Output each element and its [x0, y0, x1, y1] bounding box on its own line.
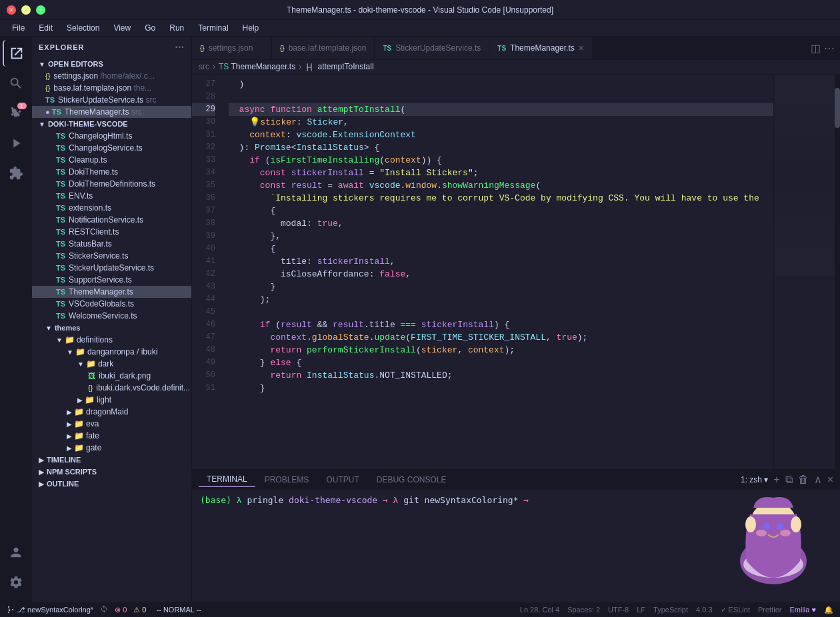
open-editor-sticker-update[interactable]: TS StickerUpdateService.ts src [32, 94, 191, 106]
folder-fate[interactable]: ▶ 📁 fate [32, 430, 191, 442]
outline-section[interactable]: ▶ OUTLINE [32, 478, 191, 490]
close-panel-icon[interactable]: × [827, 474, 833, 486]
menu-edit[interactable]: Edit [33, 22, 58, 34]
tab-close-icon[interactable]: × [579, 43, 584, 53]
file-ibuki-dark-json[interactable]: {} ibuki.dark.vsCode.definit... [32, 382, 191, 394]
split-terminal-icon[interactable]: ⧉ [785, 474, 793, 486]
file-welcome[interactable]: TS WelcomeService.ts [32, 310, 191, 322]
terminal-content[interactable]: (base) λ pringle doki-theme-vscode → λ g… [192, 490, 840, 602]
file-notification[interactable]: TS NotificationService.ts [32, 214, 191, 226]
tab-base-laf[interactable]: {} base.laf.template.json [272, 37, 375, 59]
ts-version[interactable]: 4.0.3 [696, 606, 712, 614]
activity-extensions[interactable] [3, 160, 29, 187]
file-changelog-html[interactable]: TS ChangelogHtml.ts [32, 130, 191, 142]
file-doki-theme[interactable]: TS DokiTheme.ts [32, 166, 191, 178]
activity-source-control[interactable]: 1 [3, 100, 29, 127]
prettier-status[interactable]: Prettier [758, 606, 781, 614]
eslint-status[interactable]: ✓ ESLint [721, 606, 750, 614]
folder-dragonmaid[interactable]: ▶ 📁 dragonMaid [32, 406, 191, 418]
file-sticker-update[interactable]: TS StickerUpdateService.ts [32, 262, 191, 274]
activity-run[interactable] [3, 130, 29, 157]
shell-select[interactable]: 1: zsh ▾ [741, 475, 768, 484]
emilia-label[interactable]: Emilia ♥ [789, 606, 816, 614]
file-changelog-service[interactable]: TS ChangelogService.ts [32, 142, 191, 154]
cursor-position[interactable]: Ln 28, Col 4 [520, 606, 559, 614]
file-vscode-globals[interactable]: TS VSCodeGlobals.ts [32, 298, 191, 310]
menu-terminal[interactable]: Terminal [193, 22, 233, 34]
terminal-tab-problems[interactable]: PROBLEMS [257, 472, 317, 487]
activity-settings[interactable] [3, 569, 29, 596]
terminal-arrow1: → λ [383, 495, 398, 505]
new-terminal-icon[interactable]: + [773, 474, 779, 486]
tab-theme-manager[interactable]: TS ThemeManager.ts × [489, 37, 593, 60]
activity-explorer[interactable] [3, 40, 29, 67]
file-ibuki-dark-png[interactable]: 🖼 ibuki_dark.png [32, 370, 191, 382]
kill-terminal-icon[interactable]: 🗑 [798, 474, 809, 486]
file-cleanup[interactable]: TS Cleanup.ts [32, 154, 191, 166]
maximize-panel-icon[interactable]: ∧ [814, 473, 822, 486]
activity-search[interactable] [3, 70, 29, 97]
file-doki-theme-defs[interactable]: TS DokiThemeDefinitions.ts [32, 178, 191, 190]
terminal-tab-terminal[interactable]: TERMINAL [199, 472, 255, 487]
open-editors-section[interactable]: ▼ OPEN EDITORS [32, 58, 191, 70]
file-sticker-service[interactable]: TS StickerService.ts [32, 250, 191, 262]
file-theme-manager[interactable]: TS ThemeManager.ts [32, 286, 191, 298]
file-extension[interactable]: TS extension.ts [32, 202, 191, 214]
source-control-badge: 1 [17, 103, 27, 109]
tab-sticker-update[interactable]: TS StickerUpdateService.ts [375, 37, 489, 59]
sync-icon[interactable] [100, 605, 108, 614]
folder-gate[interactable]: ▶ 📁 gate [32, 442, 191, 454]
minimap-content [774, 75, 840, 277]
new-file-icon[interactable]: ⋯ [175, 42, 185, 53]
encoding[interactable]: UTF-8 [608, 606, 629, 614]
code-line-34: const stickerInstall = "Install Stickers… [229, 167, 773, 179]
warning-count[interactable]: ⚠ 0 [133, 606, 146, 614]
spaces[interactable]: Spaces: 2 [567, 606, 600, 614]
more-actions-icon[interactable]: ⋯ [824, 42, 835, 55]
open-editor-theme-manager[interactable]: ● TS ThemeManager.ts src [32, 106, 191, 118]
terminal-tab-output[interactable]: OUTPUT [318, 472, 367, 487]
project-section[interactable]: ▼ DOKI-THEME-VSCODE [32, 118, 191, 130]
code-line-43: } [229, 281, 773, 293]
line-ending[interactable]: LF [637, 606, 645, 614]
open-editor-settings-json[interactable]: {} settings.json /home/alex/.c... [32, 70, 191, 82]
file-status-bar[interactable]: TS StatusBar.ts [32, 238, 191, 250]
file-rest-client[interactable]: TS RESTClient.ts [32, 226, 191, 238]
menu-help[interactable]: Help [237, 22, 265, 34]
dragonmaid-arrow: ▶ [67, 408, 72, 416]
menu-go[interactable]: Go [139, 22, 161, 34]
folder-definitions[interactable]: ▼ 📁 definitions [32, 334, 191, 346]
code-content[interactable]: ) async function attemptToInstall( 💡stic… [222, 75, 773, 469]
explorer-header: EXPLORER ⋯ [32, 37, 191, 58]
split-editor-icon[interactable]: ◫ [811, 42, 821, 55]
close-button[interactable]: ✕ [7, 5, 16, 15]
minimize-button[interactable]: − [21, 5, 31, 15]
language-mode[interactable]: TypeScript [653, 606, 688, 614]
menu-view[interactable]: View [108, 22, 136, 34]
folder-light[interactable]: ▶ 📁 light [32, 394, 191, 406]
menu-file[interactable]: File [7, 22, 30, 34]
themes-section[interactable]: ▼ themes [32, 322, 191, 334]
npm-scripts-section[interactable]: ▶ NPM SCRIPTS [32, 466, 191, 478]
fate-arrow: ▶ [67, 432, 72, 440]
bell-icon[interactable]: 🔔 [824, 606, 833, 614]
activity-account[interactable] [3, 539, 29, 566]
folder-dark[interactable]: ▼ 📁 dark [32, 358, 191, 370]
terminal-tab-debug[interactable]: DEBUG CONSOLE [369, 472, 455, 487]
file-support[interactable]: TS SupportService.ts [32, 274, 191, 286]
git-branch[interactable]: ⎇ newSyntaxColoring* [7, 606, 93, 614]
breadcrumb-sep: › [213, 62, 215, 71]
timeline-section[interactable]: ▶ TIMELINE [32, 454, 191, 466]
tab-settings-json[interactable]: {} settings.json [192, 37, 272, 59]
folder-eva[interactable]: ▶ 📁 eva [32, 418, 191, 430]
code-line-31: context: vscode.ExtensionContext [229, 129, 773, 141]
maximize-button[interactable]: + [36, 5, 45, 15]
menu-run[interactable]: Run [164, 22, 189, 34]
menu-selection[interactable]: Selection [61, 22, 105, 34]
code-line-49: } else { [229, 356, 773, 369]
folder-danganronpa[interactable]: ▼ 📁 danganronpa / ibuki [32, 346, 191, 358]
open-editor-base-laf[interactable]: {} base.laf.template.json the... [32, 82, 191, 94]
file-env[interactable]: TS ENV.ts [32, 190, 191, 202]
error-count[interactable]: ⊗ 0 [115, 606, 127, 614]
minimap [773, 75, 840, 469]
